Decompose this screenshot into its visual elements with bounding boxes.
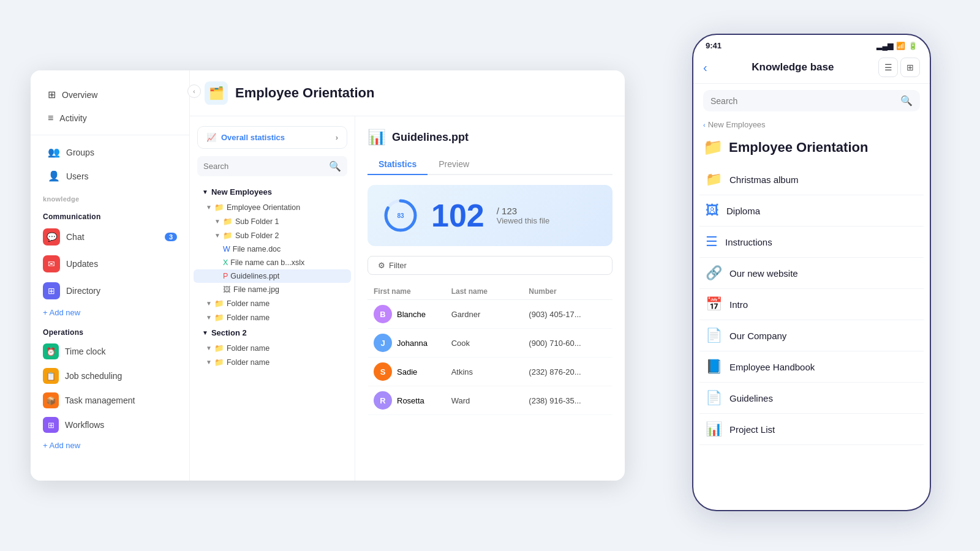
sidebar-item-workflows[interactable]: ⊞ Workflows bbox=[31, 413, 189, 437]
phone-list-item-intro[interactable]: 📅 Intro bbox=[699, 289, 924, 320]
tree-file-doc[interactable]: W File name.doc bbox=[194, 242, 351, 256]
sidebar-item-users[interactable]: 👤 Users bbox=[36, 165, 184, 187]
phone-list-item-instructions[interactable]: ☰ Instructions bbox=[699, 227, 924, 258]
tree-sec2-folder2[interactable]: ▼ 📁 Folder name bbox=[194, 355, 351, 369]
taskmgmt-label: Task management bbox=[65, 395, 135, 405]
phone-search-input[interactable] bbox=[710, 96, 897, 106]
add-new-ops[interactable]: + Add new bbox=[31, 437, 189, 454]
file-search-input[interactable] bbox=[203, 162, 325, 171]
phone-folder-name: Employee Orientation bbox=[729, 140, 868, 156]
overview-icon: ⊞ bbox=[48, 89, 56, 100]
phone-header: ‹ Knowledge base ☰ ⊞ bbox=[693, 53, 930, 84]
sidebar-item-jobsched[interactable]: 📋 Job scheduling bbox=[31, 364, 189, 388]
phone-body: ‹ Knowledge base ☰ ⊞ 🔍 ‹ New Employees 📁… bbox=[693, 53, 930, 510]
tree-sec2-folder1[interactable]: ▼ 📁 Folder name bbox=[194, 341, 351, 355]
updates-label: Updates bbox=[66, 259, 98, 269]
workflows-icon: ⊞ bbox=[43, 417, 59, 433]
table-row[interactable]: R Rosetta Ward (238) 916-35... bbox=[368, 386, 612, 415]
phone-folder-title: 📁 Employee Orientation bbox=[693, 134, 930, 164]
phone-back-button[interactable]: ‹ bbox=[703, 61, 707, 75]
phone-list-item-handbook[interactable]: 📘 Employee Handbook bbox=[699, 351, 924, 383]
phone-list-item-ourcompany[interactable]: 📄 Our Company bbox=[699, 320, 924, 351]
section-chevron: ▼ bbox=[202, 189, 208, 195]
tree-foldername-2[interactable]: ▼ 📁 Folder name bbox=[194, 310, 351, 324]
phone-list-item-website[interactable]: 🔗 Our new website bbox=[699, 258, 924, 289]
number: (900) 710-60... bbox=[529, 339, 606, 348]
tree-foldername-1[interactable]: ▼ 📁 Folder name bbox=[194, 296, 351, 310]
sidebar: ⊞ Overview ≡ Activity 👥 Groups 👤 Users k… bbox=[31, 70, 190, 481]
phone-list-item-guidelines[interactable]: 📄 Guidelines bbox=[699, 383, 924, 414]
add-new-ops-label: + Add new bbox=[43, 441, 80, 450]
phone-status-icons: ▂▄▆ 📶 🔋 bbox=[876, 42, 918, 50]
main-content: 🗂️ Employee Orientation 📈 Overall statis… bbox=[190, 70, 625, 481]
phone-item-name: Diploma bbox=[726, 206, 760, 216]
sidebar-item-directory[interactable]: ⊞ Directory bbox=[31, 277, 189, 304]
sidebar-collapse-button[interactable]: ‹ bbox=[187, 84, 201, 98]
groups-icon: 👥 bbox=[48, 146, 60, 158]
folder-icon: 📁 bbox=[214, 358, 224, 367]
tree-file-jpg[interactable]: 🖼 File name.jpg bbox=[194, 283, 351, 296]
sidebar-item-label: Overview bbox=[62, 90, 97, 100]
table-row[interactable]: J Johanna Cook (900) 710-60... bbox=[368, 329, 612, 358]
sidebar-item-updates[interactable]: ✉ Updates bbox=[31, 250, 189, 277]
jobsched-label: Job scheduling bbox=[65, 371, 122, 381]
operations-section-label: Operations bbox=[31, 321, 189, 339]
phone-item-name: Intro bbox=[729, 299, 748, 310]
first-name: Rosetta bbox=[397, 396, 424, 405]
section-label: New Employees bbox=[211, 187, 272, 197]
filter-button[interactable]: ⚙ Filter bbox=[368, 256, 612, 275]
communication-section-label: Communication bbox=[31, 205, 189, 223]
last-name: Cook bbox=[451, 339, 529, 348]
overall-stats-button[interactable]: 📈 Overall statistics › bbox=[197, 126, 347, 149]
taskmgmt-icon: 📦 bbox=[43, 392, 59, 408]
tree-file-xls[interactable]: X File name can b...xslx bbox=[194, 256, 351, 269]
phone-file-list: 📁 Christmas album 🖼 Diploma ☰ Instructio… bbox=[693, 164, 930, 510]
tree-item-label: Folder name bbox=[227, 313, 270, 322]
list-view-button[interactable]: ☰ bbox=[878, 58, 898, 77]
add-new-comm[interactable]: + Add new bbox=[31, 304, 189, 321]
number: (238) 916-35... bbox=[529, 396, 606, 405]
file-header: 📊 Guidelines.ppt bbox=[368, 129, 612, 146]
sidebar-item-overview[interactable]: ⊞ Overview bbox=[36, 83, 184, 106]
phone-item-name: Our Company bbox=[729, 331, 786, 341]
overall-stats-label: Overall statistics bbox=[221, 133, 285, 142]
sidebar-item-groups[interactable]: 👥 Groups bbox=[36, 141, 184, 163]
sidebar-item-chat[interactable]: 💬 Chat 3 bbox=[31, 223, 189, 250]
section-label: Section 2 bbox=[211, 328, 247, 337]
chevron-icon: ▼ bbox=[206, 345, 212, 351]
phone-item-name: Instructions bbox=[725, 237, 772, 247]
phone-time: 9:41 bbox=[706, 41, 722, 50]
tab-statistics[interactable]: Statistics bbox=[368, 154, 428, 175]
phone-status-bar: 9:41 ▂▄▆ 📶 🔋 bbox=[693, 35, 930, 53]
phone-list-item-projectlist[interactable]: 📊 Project List bbox=[699, 414, 924, 445]
last-name: Atkins bbox=[451, 367, 529, 377]
sidebar-item-taskmgmt[interactable]: 📦 Task management bbox=[31, 388, 189, 413]
sidebar-item-activity[interactable]: ≡ Activity bbox=[36, 107, 184, 129]
tree-subfolder1[interactable]: ▼ 📁 Sub Folder 1 bbox=[194, 214, 351, 228]
phone-list-item-diploma[interactable]: 🖼 Diploma bbox=[699, 195, 924, 227]
knowledge-section-label: knowledge bbox=[31, 188, 189, 205]
phone-search-row: 🔍 bbox=[693, 84, 930, 118]
stats-viewed-count: 102 bbox=[431, 200, 484, 231]
file-tabs: Statistics Preview bbox=[368, 154, 612, 175]
sidebar-item-timeclock[interactable]: ⏰ Time clock bbox=[31, 339, 189, 364]
file-search-bar[interactable]: 🔍 bbox=[197, 156, 347, 176]
phone-header-title: Knowledge base bbox=[715, 61, 871, 73]
battery-icon: 🔋 bbox=[908, 42, 918, 50]
tree-file-ppt[interactable]: P Guidelines.ppt bbox=[194, 269, 351, 283]
grid-view-button[interactable]: ⊞ bbox=[900, 58, 920, 77]
phone-list-item-christmas[interactable]: 📁 Christmas album bbox=[699, 164, 924, 195]
tree-employee-orientation[interactable]: ▼ 📁 Employee Orientation bbox=[194, 200, 351, 214]
folder-icon: 📁 bbox=[214, 343, 224, 353]
tree-subfolder2[interactable]: ▼ 📁 Sub Folder 2 bbox=[194, 228, 351, 242]
user-cell: B Blanche bbox=[374, 305, 451, 323]
table-row[interactable]: B Blanche Gardner (903) 405-17... bbox=[368, 300, 612, 329]
phone-item-name: Employee Handbook bbox=[729, 362, 815, 372]
tab-preview[interactable]: Preview bbox=[428, 154, 480, 175]
avatar: R bbox=[374, 391, 392, 410]
chevron-icon: ▼ bbox=[214, 232, 221, 239]
table-row[interactable]: S Sadie Atkins (232) 876-20... bbox=[368, 358, 612, 386]
projectlist-icon: 📊 bbox=[706, 421, 722, 437]
last-name: Ward bbox=[451, 396, 529, 405]
phone-search-box[interactable]: 🔍 bbox=[703, 90, 920, 111]
